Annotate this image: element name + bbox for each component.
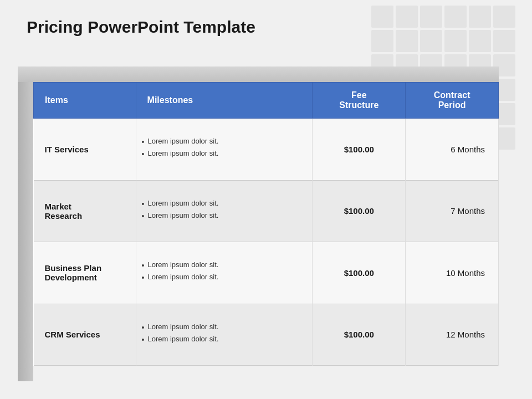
- cell-fee: $100.00: [313, 242, 406, 304]
- milestone-item: Lorem ipsum dolor sit.: [142, 137, 307, 147]
- table-surface: Items Milestones FeeStructure ContractPe…: [33, 82, 499, 366]
- cell-fee: $100.00: [313, 304, 406, 366]
- header-contract-period: ContractPeriod: [406, 83, 499, 119]
- milestone-item: Lorem ipsum dolor sit.: [142, 260, 307, 270]
- table-3d-top: [18, 66, 499, 82]
- header-fee-structure: FeeStructure: [313, 83, 406, 119]
- milestone-item: Lorem ipsum dolor sit.: [142, 199, 307, 209]
- table-header-row: Items Milestones FeeStructure ContractPe…: [34, 83, 499, 119]
- cell-contract: 7 Months: [406, 180, 499, 242]
- header-milestones: Milestones: [136, 83, 313, 119]
- cell-fee: $100.00: [313, 180, 406, 242]
- table-wrapper: Items Milestones FeeStructure ContractPe…: [33, 66, 499, 366]
- table-3d-left: [18, 82, 33, 381]
- table-3d-container: Items Milestones FeeStructure ContractPe…: [33, 66, 499, 366]
- cell-fee: $100.00: [313, 119, 406, 181]
- table-row: CRM ServicesLorem ipsum dolor sit.Lorem …: [34, 304, 499, 366]
- milestone-item: Lorem ipsum dolor sit.: [142, 149, 307, 159]
- cell-item: CRM Services: [34, 304, 136, 366]
- cell-milestones: Lorem ipsum dolor sit.Lorem ipsum dolor …: [136, 180, 313, 242]
- cell-milestones: Lorem ipsum dolor sit.Lorem ipsum dolor …: [136, 242, 313, 304]
- cell-item: IT Services: [34, 119, 136, 181]
- table-row: IT ServicesLorem ipsum dolor sit.Lorem i…: [34, 119, 499, 181]
- table-row: Business PlanDevelopmentLorem ipsum dolo…: [34, 242, 499, 304]
- cell-milestones: Lorem ipsum dolor sit.Lorem ipsum dolor …: [136, 119, 313, 181]
- milestone-item: Lorem ipsum dolor sit.: [142, 335, 307, 345]
- milestone-item: Lorem ipsum dolor sit.: [142, 211, 307, 221]
- cell-milestones: Lorem ipsum dolor sit.Lorem ipsum dolor …: [136, 304, 313, 366]
- milestone-item: Lorem ipsum dolor sit.: [142, 273, 307, 283]
- page-title: Pricing PowerPoint Template: [27, 18, 255, 37]
- cell-contract: 12 Months: [406, 304, 499, 366]
- header-items: Items: [34, 83, 136, 119]
- table-row: MarketResearchLorem ipsum dolor sit.Lore…: [34, 180, 499, 242]
- cell-item: MarketResearch: [34, 180, 136, 242]
- cell-item: Business PlanDevelopment: [34, 242, 136, 304]
- cell-contract: 6 Months: [406, 119, 499, 181]
- milestone-item: Lorem ipsum dolor sit.: [142, 323, 307, 332]
- pricing-table: Items Milestones FeeStructure ContractPe…: [33, 82, 499, 366]
- cell-contract: 10 Months: [406, 242, 499, 304]
